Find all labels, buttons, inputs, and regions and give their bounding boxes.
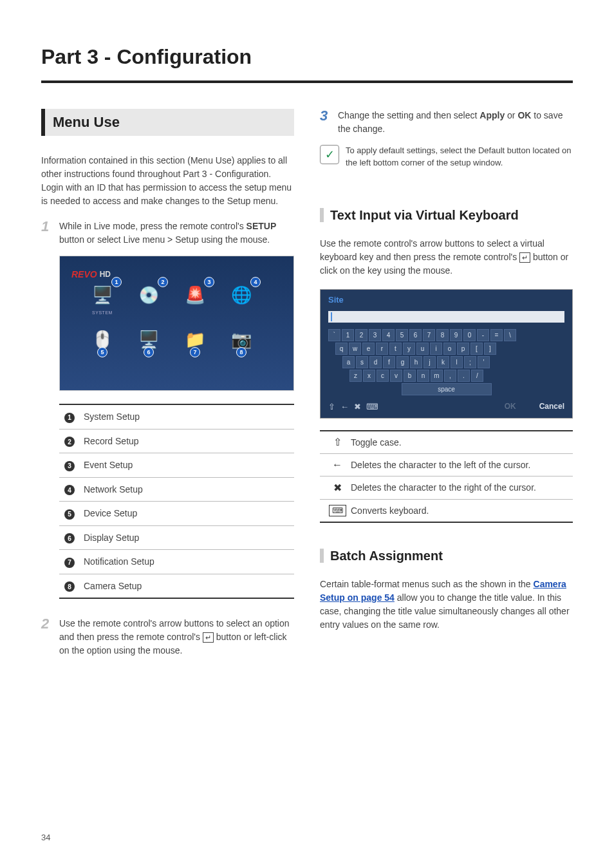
shift-icon: ⇧ bbox=[324, 436, 351, 448]
key[interactable]: [ bbox=[470, 343, 483, 355]
key[interactable]: s bbox=[356, 356, 368, 368]
key[interactable]: , bbox=[444, 370, 456, 382]
table-row: 8Camera Setup bbox=[59, 574, 294, 598]
marker-5: 5 bbox=[97, 347, 107, 357]
marker-1: 1 bbox=[111, 277, 122, 287]
row-index: 4 bbox=[64, 485, 75, 495]
key[interactable]: 6 bbox=[409, 329, 422, 341]
marker-4: 4 bbox=[250, 277, 261, 287]
row-index: 8 bbox=[64, 581, 75, 592]
key[interactable]: d bbox=[369, 356, 382, 368]
key[interactable]: q bbox=[335, 343, 348, 355]
key[interactable]: y bbox=[403, 343, 415, 355]
key[interactable]: b bbox=[404, 370, 416, 382]
backspace-icon: ← bbox=[324, 459, 351, 471]
key[interactable]: 5 bbox=[396, 329, 408, 341]
right-column: 3 Change the setting and then select App… bbox=[320, 109, 573, 666]
step-3-apply: Apply bbox=[479, 110, 505, 120]
key[interactable]: ; bbox=[464, 356, 476, 368]
symbol-row: ⇧ Toggle case. bbox=[320, 431, 573, 454]
cancel-button[interactable]: Cancel bbox=[539, 402, 564, 411]
key[interactable]: h bbox=[410, 356, 422, 368]
row-label: Event Setup bbox=[84, 460, 133, 470]
sub-heading-batch: Batch Assignment bbox=[320, 549, 573, 563]
key[interactable]: z bbox=[349, 370, 362, 382]
icon-grid: 🖥️ SYSTEM 1 💿 2 🚨 3 � bbox=[71, 282, 282, 352]
table-row: 3Event Setup bbox=[59, 453, 294, 478]
menu-heading-wrap: Menu Use bbox=[41, 109, 294, 136]
key[interactable]: ] bbox=[484, 343, 496, 355]
key[interactable]: / bbox=[471, 370, 483, 382]
page-number: 34 bbox=[41, 833, 50, 842]
note-text: To apply default settings, select the De… bbox=[346, 145, 573, 169]
key[interactable]: x bbox=[363, 370, 375, 382]
key[interactable]: j bbox=[423, 356, 436, 368]
step-1-a: While in Live mode, press the remote con… bbox=[59, 221, 247, 231]
symbol-row: ← Deletes the character to the left of t… bbox=[320, 454, 573, 476]
key[interactable]: i bbox=[430, 343, 442, 355]
symbol-row: ✖ Deletes the character to the right of … bbox=[320, 476, 573, 499]
key[interactable]: v bbox=[390, 370, 402, 382]
keyboard-icon[interactable]: ⌨ bbox=[366, 402, 378, 411]
device-icon-cell: 🖱️ 5 bbox=[89, 326, 115, 352]
key[interactable]: = bbox=[490, 329, 503, 341]
key[interactable]: f bbox=[383, 356, 395, 368]
row-index: 3 bbox=[64, 461, 75, 471]
key[interactable]: m bbox=[431, 370, 443, 382]
check-icon: ✓ bbox=[320, 145, 339, 164]
icon-row-2: 🖱️ 5 🖥️ 6 📁 7 📷 8 bbox=[71, 326, 282, 352]
table-row: 1System Setup bbox=[59, 405, 294, 429]
batch-text: Certain table-format menus such as the s… bbox=[320, 578, 573, 632]
key[interactable]: \ bbox=[504, 329, 516, 341]
delete-icon[interactable]: ✖ bbox=[354, 402, 361, 411]
virtual-keyboard-screenshot: Site `1234567890-=\ qwertyuiop[] asdfghj… bbox=[320, 289, 573, 419]
marker-2: 2 bbox=[158, 277, 168, 287]
row-index: 1 bbox=[64, 413, 75, 423]
key[interactable]: 0 bbox=[463, 329, 476, 341]
key[interactable]: t bbox=[389, 343, 402, 355]
setup-menu-screenshot: REVO HD 🖥️ SYSTEM 1 💿 2 bbox=[59, 256, 294, 391]
kbd-text-field[interactable] bbox=[328, 311, 564, 323]
key[interactable]: k bbox=[437, 356, 449, 368]
key[interactable]: p bbox=[457, 343, 469, 355]
key[interactable]: 2 bbox=[355, 329, 367, 341]
event-icon-cell: 🚨 3 bbox=[182, 282, 208, 315]
space-key[interactable]: space bbox=[402, 383, 492, 395]
key[interactable]: 3 bbox=[369, 329, 381, 341]
key[interactable]: a bbox=[342, 356, 355, 368]
key[interactable]: 8 bbox=[436, 329, 449, 341]
key[interactable]: ' bbox=[478, 356, 490, 368]
key[interactable]: u bbox=[416, 343, 429, 355]
setup-table: 1System Setup 2Record Setup 3Event Setup… bbox=[59, 404, 294, 599]
kbd-row-1: `1234567890-=\ bbox=[328, 329, 564, 341]
key[interactable]: w bbox=[349, 343, 361, 355]
key[interactable]: . bbox=[458, 370, 470, 382]
row-label: Record Setup bbox=[84, 436, 139, 446]
step-2: 2 Use the remote control's arrow buttons… bbox=[41, 617, 294, 657]
key[interactable]: 9 bbox=[450, 329, 462, 341]
ok-button[interactable]: OK bbox=[505, 402, 516, 411]
kbd-row-3: asdfghjkl;' bbox=[328, 356, 564, 368]
key[interactable]: 4 bbox=[382, 329, 395, 341]
kbd-space-row: space bbox=[328, 383, 564, 395]
key[interactable]: ` bbox=[328, 329, 340, 341]
shift-icon[interactable]: ⇧ bbox=[328, 402, 335, 411]
backspace-icon[interactable]: ← bbox=[340, 402, 349, 411]
key[interactable]: c bbox=[377, 370, 389, 382]
key[interactable]: 1 bbox=[342, 329, 354, 341]
key[interactable]: o bbox=[443, 343, 456, 355]
batch-a: Certain table-format menus such as the s… bbox=[320, 579, 534, 589]
row-label: Network Setup bbox=[84, 484, 143, 495]
key[interactable]: e bbox=[362, 343, 375, 355]
record-icon-cell: 💿 2 bbox=[136, 282, 162, 315]
key[interactable]: g bbox=[396, 356, 409, 368]
key[interactable]: n bbox=[417, 370, 429, 382]
left-column: Menu Use Information contained in this s… bbox=[41, 109, 294, 666]
table-row: 5Device Setup bbox=[59, 502, 294, 526]
key[interactable]: - bbox=[477, 329, 489, 341]
kbd-intro-a: Use the remote control's arrow buttons t… bbox=[320, 238, 544, 262]
key[interactable]: r bbox=[376, 343, 388, 355]
key[interactable]: l bbox=[451, 356, 463, 368]
step-3-text: Change the setting and then select Apply… bbox=[338, 109, 573, 136]
key[interactable]: 7 bbox=[423, 329, 435, 341]
